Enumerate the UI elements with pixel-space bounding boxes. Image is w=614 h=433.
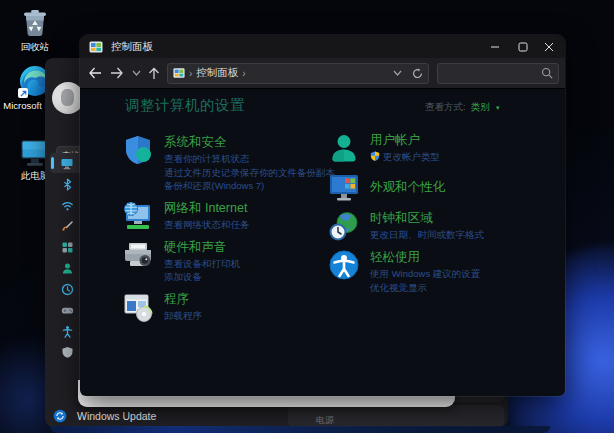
task-link[interactable]: 卸载程序 — [164, 309, 202, 323]
category-title-link[interactable]: 用户帐户 — [370, 133, 440, 148]
uac-shield-icon — [370, 151, 380, 162]
desktop-icon-label: 回收站 — [1, 41, 69, 52]
breadcrumb-cp-icon — [173, 67, 185, 79]
category-hardware-sound: 硬件和声音查看设备和打印机添加设备 — [122, 239, 332, 284]
windows-update-icon — [53, 409, 67, 423]
sidebar-item-accounts[interactable] — [50, 258, 84, 278]
category-title-link[interactable]: 外观和个性化 — [370, 180, 445, 195]
category-title-link[interactable]: 系统和安全 — [164, 135, 335, 150]
recent-pages-dropdown-icon[interactable] — [128, 62, 144, 84]
network-internet-icon[interactable] — [122, 200, 154, 232]
search-box[interactable] — [437, 63, 559, 84]
view-by-value[interactable]: 类别 — [471, 101, 490, 114]
task-link-label: 更改帐户类型 — [383, 150, 440, 164]
sidebar-item-windows-update[interactable]: Windows Update — [53, 405, 303, 427]
time-language-icon — [61, 283, 74, 296]
caret-down-icon: ▼ — [495, 105, 501, 111]
system-security-icon[interactable] — [122, 134, 154, 166]
appearance-personalization-icon[interactable] — [328, 171, 360, 203]
task-link[interactable]: 查看你的计算机状态 — [164, 152, 335, 166]
sidebar-item-system[interactable] — [50, 153, 84, 173]
task-link[interactable]: 查看网络状态和任务 — [164, 218, 250, 232]
task-link[interactable]: 更改日期、时间或数字格式 — [370, 228, 484, 242]
breadcrumb-location[interactable]: 控制面板 — [196, 66, 238, 80]
privacy-security-icon — [61, 346, 74, 359]
task-link[interactable]: 备份和还原(Windows 7) — [164, 179, 335, 193]
accessibility-icon — [61, 325, 74, 338]
category-text: 系统和安全查看你的计算机状态通过文件历史记录保存你的文件备份副本备份和还原(Wi… — [164, 134, 335, 193]
forward-button[interactable] — [106, 62, 128, 84]
category-title-link[interactable]: 硬件和声音 — [164, 240, 240, 255]
sidebar-item-gaming[interactable] — [50, 300, 84, 320]
task-link-label: 查看网络状态和任务 — [164, 218, 250, 232]
task-link-label: 查看你的计算机状态 — [164, 152, 250, 166]
view-by-label: 查看方式: — [425, 101, 466, 114]
category-network-internet: 网络和 Internet查看网络状态和任务 — [122, 200, 332, 232]
task-link-label: 查看设备和打印机 — [164, 257, 240, 271]
sidebar-item-network[interactable] — [50, 195, 84, 215]
sidebar-item-time-language[interactable] — [50, 279, 84, 299]
personalization-icon — [61, 220, 74, 233]
category-programs: 程序卸载程序 — [122, 291, 332, 323]
up-button[interactable] — [144, 62, 164, 84]
category-column-left: 系统和安全查看你的计算机状态通过文件历史记录保存你的文件备份副本备份和还原(Wi… — [122, 134, 332, 323]
programs-icon[interactable] — [122, 291, 154, 323]
sidebar-item-privacy-security[interactable] — [50, 342, 84, 362]
task-link-label: 使用 Windows 建议的设置 — [370, 267, 480, 281]
maximize-button[interactable] — [509, 35, 537, 58]
minimize-button[interactable] — [481, 35, 509, 58]
shortcut-arrow-icon — [18, 88, 28, 98]
clock-region-icon[interactable] — [328, 210, 360, 242]
category-text: 轻松使用使用 Windows 建议的设置优化视觉显示 — [370, 249, 480, 294]
sidebar-item-bluetooth[interactable] — [50, 174, 84, 194]
breadcrumb-separator: › — [189, 68, 192, 79]
category-column-right: 用户帐户更改帐户类型外观和个性化时钟和区域更改日期、时间或数字格式轻松使用使用 … — [328, 132, 553, 294]
desktop-icon-recycle-bin[interactable]: 回收站 — [1, 5, 69, 52]
task-link-label: 更改日期、时间或数字格式 — [370, 228, 484, 242]
category-title-link[interactable]: 网络和 Internet — [164, 201, 250, 216]
breadcrumb-bar[interactable]: › 控制面板 › — [167, 63, 429, 84]
category-title-link[interactable]: 轻松使用 — [370, 250, 480, 265]
ease-of-access-icon[interactable] — [328, 249, 360, 281]
apps-icon — [61, 241, 74, 254]
task-link[interactable]: 添加设备 — [164, 270, 240, 284]
refresh-icon[interactable] — [412, 68, 423, 79]
search-icon[interactable] — [541, 67, 553, 79]
sidebar-item-accessibility[interactable] — [50, 321, 84, 341]
category-text: 时钟和区域更改日期、时间或数字格式 — [370, 210, 484, 242]
view-by-control[interactable]: 查看方式: 类别 ▼ — [425, 101, 501, 114]
gaming-icon — [61, 304, 74, 317]
user-accounts-icon[interactable] — [328, 132, 360, 164]
search-input[interactable] — [443, 67, 541, 80]
task-link[interactable]: 使用 Windows 建议的设置 — [370, 267, 480, 281]
titlebar[interactable]: 控制面板 — [80, 35, 565, 58]
category-text: 外观和个性化 — [370, 171, 445, 203]
category-ease-of-access: 轻松使用使用 Windows 建议的设置优化视觉显示 — [328, 249, 553, 294]
category-text: 程序卸载程序 — [164, 291, 202, 323]
task-link-label: 备份和还原(Windows 7) — [164, 179, 264, 193]
category-clock-region: 时钟和区域更改日期、时间或数字格式 — [328, 210, 553, 242]
task-link[interactable]: 更改帐户类型 — [370, 150, 440, 164]
address-dropdown-icon[interactable] — [393, 70, 402, 76]
settings-card-power[interactable]: 电源 — [288, 405, 504, 427]
task-link-label: 优化视觉显示 — [370, 281, 427, 295]
close-button[interactable] — [535, 35, 563, 58]
page-title: 调整计算机的设置 — [125, 96, 245, 115]
sidebar-item-personalization[interactable] — [50, 216, 84, 236]
category-system-security: 系统和安全查看你的计算机状态通过文件历史记录保存你的文件备份副本备份和还原(Wi… — [122, 134, 332, 193]
window-title: 控制面板 — [111, 40, 153, 54]
category-title-link[interactable]: 时钟和区域 — [370, 211, 484, 226]
category-user-accounts: 用户帐户更改帐户类型 — [328, 132, 553, 164]
category-title-link[interactable]: 程序 — [164, 292, 202, 307]
control-panel-window: 控制面板 — [80, 35, 565, 396]
sidebar-item-apps[interactable] — [50, 237, 84, 257]
system-icon — [60, 157, 74, 170]
task-link[interactable]: 优化视觉显示 — [370, 281, 480, 295]
settings-bottom-glow — [50, 426, 550, 433]
bluetooth-icon — [61, 178, 74, 191]
hardware-sound-icon[interactable] — [122, 239, 154, 271]
task-link[interactable]: 通过文件历史记录保存你的文件备份副本 — [164, 166, 335, 180]
category-text: 网络和 Internet查看网络状态和任务 — [164, 200, 250, 232]
task-link[interactable]: 查看设备和打印机 — [164, 257, 240, 271]
back-button[interactable] — [84, 62, 106, 84]
